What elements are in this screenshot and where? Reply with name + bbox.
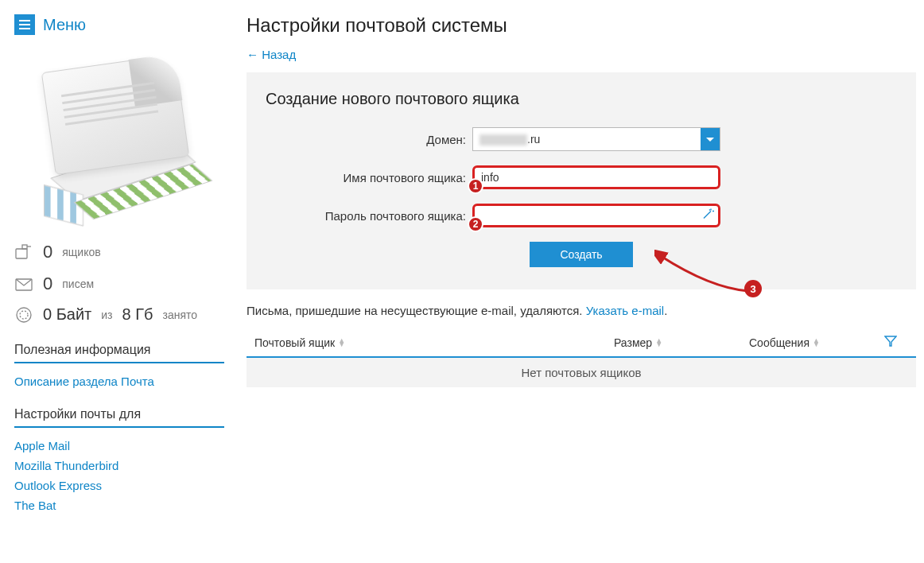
section-mail-clients: Настройки почты для: [14, 399, 224, 428]
stat-mailboxes: 0 ящиков: [14, 242, 224, 262]
callout-badge-1: 1: [468, 178, 483, 194]
hamburger-icon: [14, 14, 35, 35]
create-button[interactable]: Создать: [530, 242, 632, 267]
storage-total: 8 Гб: [122, 305, 153, 324]
svg-point-4: [17, 308, 31, 322]
domain-select[interactable]: .ru: [472, 127, 720, 151]
link-the-bat[interactable]: The Bat: [14, 495, 224, 515]
mail-illustration: [16, 59, 223, 226]
page-title: Настройки почтовой системы: [247, 14, 916, 37]
sort-icon: ▲▼: [813, 339, 820, 347]
domain-value: .ru: [479, 133, 540, 146]
gauge-icon: [14, 306, 33, 324]
section-useful-info: Полезная информация: [14, 335, 224, 363]
notice-link[interactable]: Указать e-mail: [586, 304, 665, 317]
svg-line-6: [704, 212, 711, 219]
label-mailbox-password: Пароль почтового ящика:: [266, 209, 472, 223]
storage-suffix: занято: [162, 309, 197, 321]
back-link[interactable]: ← Назад: [247, 48, 296, 61]
mailbox-icon: [14, 243, 33, 261]
funnel-icon: [884, 335, 897, 350]
label-domain: Домен:: [266, 133, 472, 146]
menu-label: Меню: [43, 16, 86, 34]
col-mailbox[interactable]: Почтовый ящик ▲▼: [254, 336, 614, 349]
letter-count: 0: [43, 274, 52, 294]
svg-line-9: [709, 210, 710, 211]
table-header: Почтовый ящик ▲▼ Размер ▲▼ Сообщения ▲▼: [247, 328, 916, 358]
storage-used: 0 Байт: [43, 305, 91, 324]
sort-icon: ▲▼: [655, 339, 662, 347]
label-mailbox-name: Имя почтового ящика:: [266, 171, 472, 184]
col-size[interactable]: Размер ▲▼: [614, 336, 749, 349]
notice-text: Письма, пришедшие на несуществующие e-ma…: [247, 304, 586, 317]
menu-button[interactable]: Меню: [14, 14, 224, 35]
sort-icon: ▲▼: [338, 339, 345, 347]
chevron-down-icon: [701, 128, 720, 150]
panel-title: Создание нового почтового ящика: [266, 90, 897, 108]
magic-wand-icon[interactable]: [701, 208, 714, 223]
filter-button[interactable]: [884, 335, 908, 350]
svg-marker-10: [885, 336, 896, 346]
mailbox-password-input[interactable]: [472, 204, 720, 227]
notice-row: Письма, пришедшие на несуществующие e-ma…: [247, 304, 916, 317]
svg-point-5: [20, 311, 28, 319]
create-mailbox-panel: Создание нового почтового ящика Домен: .…: [247, 72, 916, 289]
link-mail-description[interactable]: Описание раздела Почта: [14, 371, 224, 391]
envelope-icon: [14, 275, 33, 293]
link-apple-mail[interactable]: Apple Mail: [14, 436, 224, 456]
mailbox-name-input[interactable]: [472, 165, 720, 189]
svg-rect-0: [16, 249, 27, 258]
mailbox-count: 0: [43, 242, 52, 262]
letter-count-label: писем: [62, 278, 94, 290]
table-empty-row: Нет почтовых ящиков: [247, 358, 916, 387]
mailbox-count-label: ящиков: [62, 246, 100, 258]
callout-badge-2: 2: [468, 216, 483, 232]
storage-of: из: [101, 309, 112, 321]
stat-letters: 0 писем: [14, 274, 224, 294]
stat-storage: 0 Байт из 8 Гб занято: [14, 305, 224, 324]
arrow-annotation-icon: [654, 250, 750, 297]
col-messages[interactable]: Сообщения ▲▼: [749, 336, 884, 349]
svg-rect-1: [22, 245, 27, 249]
link-outlook-express[interactable]: Outlook Express: [14, 476, 224, 495]
link-thunderbird[interactable]: Mozilla Thunderbird: [14, 456, 224, 476]
callout-badge-3: 3: [744, 280, 762, 297]
